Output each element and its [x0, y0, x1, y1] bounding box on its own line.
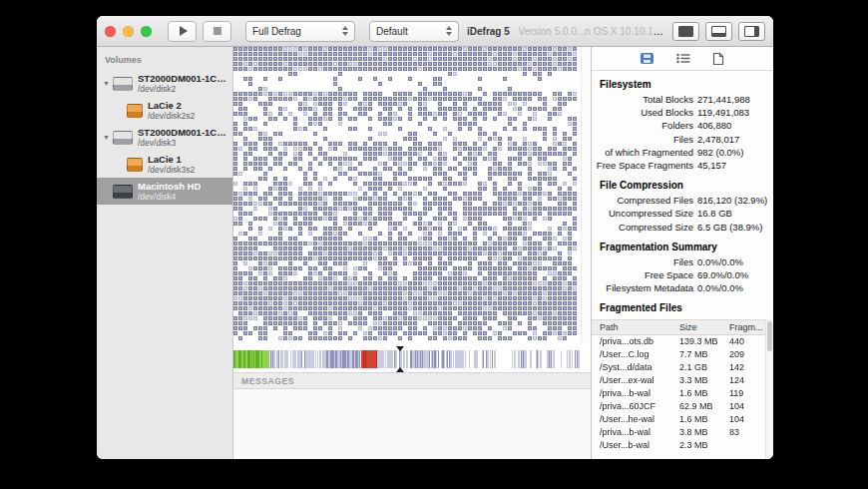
- volume-item-st2000dm001-1ch164[interactable]: ▼ST2000DM001-1CH164/dev/disk2: [97, 70, 232, 97]
- table-row[interactable]: /User...he-wal1.6 MB104: [592, 413, 773, 426]
- cell-size: 62.9 MB: [679, 400, 729, 413]
- stat-value: 45,157: [693, 159, 726, 172]
- volume-name: LaCie 1: [148, 154, 195, 165]
- stat-label: Used Blocks: [592, 106, 693, 119]
- stat-row: Free Space69.0%/0.0%: [592, 268, 773, 281]
- toggle-inspector-button[interactable]: [738, 22, 765, 41]
- volume-item-st2000dm001-1ch164[interactable]: ▼ST2000DM001-1CH164/dev/disk3: [97, 124, 232, 151]
- disk-icon: [640, 52, 654, 65]
- column-path[interactable]: Path: [592, 322, 679, 332]
- profile-dropdown[interactable]: Default: [369, 21, 459, 42]
- messages-header[interactable]: MESSAGES: [233, 372, 591, 389]
- volume-name: ST2000DM001-1CH164: [138, 127, 228, 138]
- screen: Full Defrag Default iDefrag 5 Version 5.…: [0, 0, 868, 489]
- volume-text: LaCie 2/dev/disk2s2: [148, 100, 195, 121]
- volume-name: Macintosh HD: [138, 181, 201, 192]
- stat-label: Compressed Size: [592, 221, 693, 234]
- stop-defrag-button[interactable]: [203, 21, 231, 42]
- volume-device: /dev/disk3s2: [148, 165, 195, 175]
- view-toggle-group: [672, 22, 765, 41]
- volumes-list: ▼ST2000DM001-1CH164/dev/disk2LaCie 2/dev…: [97, 70, 232, 205]
- inspector-scrollbar[interactable]: [765, 319, 773, 459]
- column-size[interactable]: Size: [679, 322, 729, 332]
- stat-label: Total Blocks: [592, 93, 693, 106]
- stat-value: 0.0%/0.0%: [693, 255, 743, 268]
- stat-value: 0.0%/0.0%: [693, 281, 743, 294]
- toggle-sidebar-button[interactable]: [672, 22, 699, 41]
- play-icon: [180, 26, 188, 36]
- table-row[interactable]: /User...ex-wal3.3 MB124: [592, 374, 773, 387]
- close-icon[interactable]: [105, 26, 116, 37]
- section-title-file-compression: File Compression: [592, 172, 773, 194]
- toggle-messages-button[interactable]: [705, 22, 732, 41]
- volume-device: /dev/disk2: [138, 84, 228, 94]
- cell-path: /User...he-wal: [592, 413, 679, 426]
- scrollbar-thumb[interactable]: [767, 321, 772, 351]
- strip-marker-bottom-icon[interactable]: [396, 367, 404, 372]
- app-name: iDefrag 5: [467, 26, 510, 37]
- cell-path: /priva...ots.db: [592, 335, 679, 348]
- cell-size: 2.3 MB: [679, 439, 729, 452]
- cell-path: /priva...b-wal: [592, 387, 679, 400]
- volume-item-lacie-1[interactable]: LaCie 1/dev/disk3s2: [97, 151, 232, 178]
- disk-icon: [113, 77, 133, 91]
- sidebar-panel-icon: [678, 26, 693, 37]
- stat-value: 406,880: [693, 119, 731, 132]
- stat-row: Files0.0%/0.0%: [592, 255, 773, 268]
- volume-item-lacie-2[interactable]: LaCie 2/dev/disk2s2: [97, 97, 232, 124]
- volume-text: ST2000DM001-1CH164/dev/disk2: [138, 73, 228, 94]
- disclosure-triangle-icon[interactable]: ▼: [103, 79, 113, 89]
- stat-row: Total Blocks271,441,988: [592, 93, 773, 106]
- cell-size: 3.8 MB: [679, 426, 729, 439]
- cell-size: 3.3 MB: [679, 374, 729, 387]
- table-row[interactable]: /priva...b-wal3.8 MB83: [592, 426, 773, 439]
- stop-icon: [214, 27, 221, 35]
- defrag-mode-dropdown[interactable]: Full Defrag: [245, 21, 355, 42]
- fragmented-files-title: Fragmented Files: [592, 294, 773, 316]
- volume-info-tab[interactable]: [637, 50, 656, 67]
- cell-size: 139.3 MB: [679, 335, 729, 348]
- stat-value: 271,441,988: [693, 93, 750, 106]
- volume-dark-icon: [113, 185, 133, 199]
- cell-path: /priva...60JCF: [592, 400, 679, 413]
- volume-name: ST2000DM001-1CH164: [138, 73, 228, 84]
- inspector-tabs: [592, 47, 773, 71]
- messages-label: MESSAGES: [241, 376, 294, 386]
- volume-text: ST2000DM001-1CH164/dev/disk3: [138, 127, 228, 148]
- stat-label: Free Space Fragments: [592, 159, 693, 172]
- idefrag-window: Full Defrag Default iDefrag 5 Version 5.…: [97, 16, 773, 459]
- stat-row: Files2,478,017: [592, 133, 773, 146]
- table-row[interactable]: /Syst...d/data2.1 GB142: [592, 361, 773, 374]
- volume-device: /dev/disk3: [138, 138, 228, 148]
- stat-label: Folders: [592, 119, 693, 132]
- report-tab[interactable]: [708, 50, 728, 67]
- chevron-updown-icon: [440, 26, 452, 36]
- statistics-tab[interactable]: [672, 50, 692, 67]
- volume-text: LaCie 1/dev/disk3s2: [148, 154, 195, 175]
- disk-icon: [113, 131, 133, 145]
- disclosure-triangle-icon[interactable]: ▼: [103, 133, 113, 143]
- strip-marker-top-icon[interactable]: [396, 346, 404, 351]
- zoom-icon[interactable]: [141, 26, 152, 37]
- overview-strip[interactable]: [233, 349, 581, 369]
- stat-value: 69.0%/0.0%: [693, 268, 748, 281]
- volume-device: /dev/disk2s2: [148, 111, 195, 121]
- stat-label: Filesystem Metadata: [592, 281, 693, 294]
- cell-path: /priva...b-wal: [592, 426, 679, 439]
- app-version: Version 5.0.0...n OS X 10.10.1 (14B25): [519, 26, 672, 37]
- table-row[interactable]: /User...C.log7.7 MB209: [592, 348, 773, 361]
- cell-size: 1.6 MB: [679, 387, 729, 400]
- table-row[interactable]: /User...b-wal2.3 MB: [592, 439, 773, 452]
- list-icon: [675, 52, 690, 65]
- start-defrag-button[interactable]: [168, 21, 197, 42]
- minimize-icon[interactable]: [123, 26, 134, 37]
- stat-row: Uncompressed Size16.8 GB: [592, 207, 773, 220]
- block-map-canvas[interactable]: [233, 47, 581, 342]
- block-map-scrollbar[interactable]: [581, 47, 591, 342]
- table-row[interactable]: /priva...b-wal1.6 MB119: [592, 387, 773, 400]
- table-row[interactable]: /priva...60JCF62.9 MB104: [592, 400, 773, 413]
- table-row[interactable]: /priva...ots.db139.3 MB440: [592, 335, 773, 348]
- stat-value: 982 (0.0%): [693, 146, 743, 159]
- volume-orange-icon: [127, 158, 143, 172]
- volume-item-macintosh-hd[interactable]: Macintosh HD/dev/disk4: [97, 178, 232, 205]
